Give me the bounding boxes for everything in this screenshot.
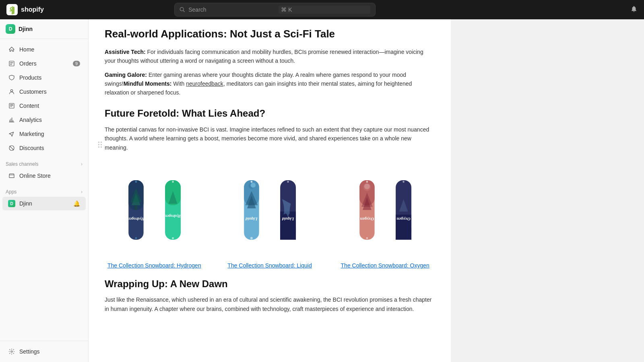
svg-point-28 <box>250 237 253 239</box>
notification-bell[interactable] <box>630 5 638 14</box>
orders-badge: 9 <box>73 61 80 66</box>
para1-label: Assistive Tech: <box>105 49 146 55</box>
sidebar-item-settings[interactable]: Settings <box>2 345 86 358</box>
product-card-oxygen: Oxygen Oxygen <box>335 162 435 269</box>
svg-point-33 <box>287 181 289 183</box>
sidebar-item-customers[interactable]: Customers <box>2 85 86 99</box>
svg-text:Liquid: Liquid <box>246 217 258 222</box>
product-image-oxygen: Oxygen Oxygen <box>357 162 413 258</box>
main-content[interactable]: Real-world Applications: Not Just a Sci-… <box>89 19 644 362</box>
sidebar-nav: Home Orders 9 Products Customers <box>0 39 88 341</box>
section2-title: Future Foretold: What Lies Ahead? <box>105 107 435 119</box>
svg-text:Oxygen: Oxygen <box>360 217 374 222</box>
djinn-small-icon: D <box>8 200 15 207</box>
liquid-link[interactable]: The Collection Snowboard: Liquid <box>227 262 312 269</box>
svg-point-3 <box>10 90 12 92</box>
sidebar-item-home[interactable]: Home <box>2 43 86 56</box>
para2-label1: Gaming Galore: <box>105 72 147 78</box>
sidebar-item-products-label: Products <box>19 74 41 81</box>
oxygen-link[interactable]: The Collection Snowboard: Oxygen <box>341 262 429 269</box>
sidebar-item-online-store[interactable]: Online Store <box>2 169 86 183</box>
sidebar-item-discounts-label: Discounts <box>19 145 44 151</box>
neurofeedback-link[interactable]: neurofeedback <box>186 80 223 87</box>
svg-rect-4 <box>9 103 14 108</box>
djinn-app-icon: D <box>6 24 15 34</box>
para4: Just like the Renaissance, which ushered… <box>105 295 435 313</box>
svg-point-37 <box>364 184 370 189</box>
sidebar-item-marketing[interactable]: Marketing <box>2 127 86 141</box>
apps-label: Apps <box>6 189 17 195</box>
para2-label2: Mindful Moments: <box>124 80 172 87</box>
svg-text:Oxygen: Oxygen <box>396 217 410 222</box>
apps-header: Apps › <box>0 186 88 196</box>
section3-title: Wrapping Up: A New Dawn <box>105 278 435 290</box>
djinn-item-label: Djinn <box>19 200 32 207</box>
sidebar-app-header: D Djinn <box>0 19 88 39</box>
sales-channels-chevron[interactable]: › <box>81 161 83 167</box>
sidebar-item-content[interactable]: Content <box>2 99 86 113</box>
product-card-hydrogen: Hydrogen Hydrogen <box>105 162 204 269</box>
apps-chevron[interactable]: › <box>81 189 83 195</box>
drag-dot <box>101 146 102 148</box>
snowboard-oxygen-2-svg: Oxygen <box>394 164 413 256</box>
sidebar-item-online-store-label: Online Store <box>19 173 51 179</box>
sidebar-footer: Settings <box>0 341 88 362</box>
hydrogen-link[interactable]: The Collection Snowboard: Hydrogen <box>107 262 201 269</box>
svg-point-27 <box>251 181 253 183</box>
sidebar-item-orders-label: Orders <box>19 60 37 67</box>
sidebar-item-content-label: Content <box>19 103 39 109</box>
customers-icon <box>8 88 15 95</box>
svg-point-19 <box>172 237 174 239</box>
products-row: Hydrogen Hydrogen <box>105 162 435 269</box>
marketing-icon <box>8 130 15 138</box>
search-shortcut: ⌘ K <box>279 6 370 14</box>
sidebar-item-settings-label: Settings <box>19 348 40 355</box>
analytics-icon <box>8 116 15 123</box>
svg-point-5 <box>11 351 12 352</box>
bell-icon <box>630 5 638 12</box>
djinn-bell-icon[interactable]: 🔔 <box>73 200 80 207</box>
shopify-logo-icon <box>6 4 18 15</box>
drag-dot <box>98 144 99 145</box>
content-wrapper: Real-world Applications: Not Just a Sci-… <box>89 19 451 362</box>
sidebar-item-customers-label: Customers <box>19 88 47 95</box>
sales-channels-header: Sales channels › <box>0 158 88 169</box>
svg-point-41 <box>366 181 368 183</box>
sidebar-item-analytics[interactable]: Analytics <box>2 113 86 127</box>
topbar: shopify Search ⌘ K <box>0 0 644 19</box>
online-store-icon <box>8 172 15 179</box>
sidebar-item-orders[interactable]: Orders 9 <box>2 57 86 70</box>
drag-handle[interactable] <box>97 140 103 149</box>
sidebar-item-home-label: Home <box>19 46 34 53</box>
snowboard-hydrogen-2-svg: Hydrogen <box>164 164 183 256</box>
sales-channels-label: Sales channels <box>6 161 38 167</box>
para1: Assistive Tech: For individuals facing c… <box>105 47 435 66</box>
discounts-icon <box>8 144 15 152</box>
sidebar-item-discounts[interactable]: Discounts <box>2 141 86 155</box>
search-bar[interactable]: Search ⌘ K <box>174 3 376 16</box>
drag-dot <box>98 142 99 143</box>
sidebar-item-products[interactable]: Products <box>2 71 86 84</box>
search-icon <box>180 7 185 12</box>
orders-icon <box>8 60 15 67</box>
para2-text2: With <box>171 80 186 87</box>
svg-text:Liquid: Liquid <box>282 217 294 222</box>
svg-text:Hydrogen: Hydrogen <box>128 217 145 222</box>
svg-point-48 <box>402 181 405 183</box>
section1-title: Real-world Applications: Not Just a Sci-… <box>105 27 435 41</box>
settings-icon <box>8 348 15 355</box>
svg-rect-31 <box>280 227 296 240</box>
para2: Gaming Galore: Enter gaming arenas where… <box>105 70 435 97</box>
sidebar-item-djinn[interactable]: D Djinn 🔔 <box>2 197 86 210</box>
product-image-hydrogen: Hydrogen Hydrogen <box>126 162 182 258</box>
svg-point-42 <box>366 237 368 239</box>
shopify-logo[interactable]: shopify <box>6 4 44 15</box>
djinn-app-name: Djinn <box>19 26 33 32</box>
svg-point-23 <box>251 183 256 187</box>
snowboard-hydrogen-svg: Hydrogen <box>126 164 167 256</box>
drag-dot <box>98 146 99 148</box>
snowboard-liquid-2-svg: Liquid <box>279 164 298 256</box>
snowboard-oxygen-svg: Oxygen <box>357 164 398 256</box>
para3: The potential canvas for non-invasive BC… <box>105 125 435 152</box>
layout: D Djinn Home Orders 9 Prod <box>0 19 644 362</box>
